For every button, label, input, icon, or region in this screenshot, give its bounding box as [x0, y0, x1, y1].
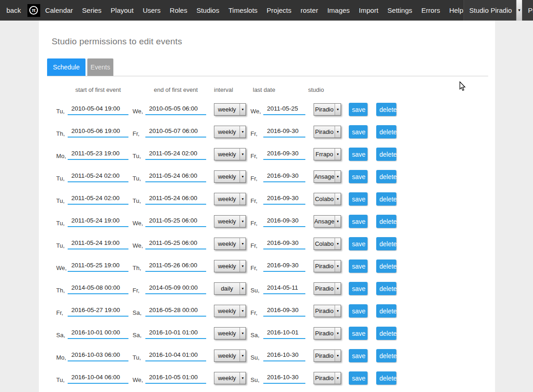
studio-row-select[interactable]: Piradio ▼	[314, 126, 341, 138]
start-datetime-input[interactable]	[68, 260, 128, 272]
studio-row-select[interactable]: Colabo ▼	[314, 238, 341, 250]
end-datetime-input[interactable]	[145, 328, 206, 339]
start-datetime-input[interactable]	[68, 126, 128, 138]
project-select[interactable]: Project 88vier ▼	[522, 0, 533, 21]
end-datetime-input[interactable]	[145, 372, 206, 384]
start-datetime-input[interactable]	[68, 216, 128, 227]
save-button[interactable]: save	[349, 170, 368, 183]
interval-select[interactable]: weekly ▼	[214, 238, 246, 250]
end-datetime-input[interactable]	[145, 126, 206, 138]
start-datetime-input[interactable]	[68, 305, 128, 317]
end-datetime-input[interactable]	[145, 104, 206, 115]
delete-button[interactable]: delete	[376, 371, 396, 385]
save-button[interactable]: save	[349, 282, 368, 295]
nav-item-roster[interactable]: roster	[301, 6, 318, 14]
end-datetime-input[interactable]	[145, 238, 206, 249]
delete-button[interactable]: delete	[376, 327, 396, 340]
nav-item-settings[interactable]: Settings	[388, 6, 412, 14]
start-datetime-input[interactable]	[68, 350, 128, 361]
delete-button[interactable]: delete	[376, 148, 396, 161]
delete-button[interactable]: delete	[376, 237, 396, 250]
nav-item-calendar[interactable]: Calendar	[45, 6, 73, 14]
save-button[interactable]: save	[349, 125, 368, 138]
interval-select[interactable]: weekly ▼	[214, 372, 246, 384]
delete-button[interactable]: delete	[376, 125, 396, 138]
end-datetime-input[interactable]	[145, 350, 206, 361]
start-datetime-input[interactable]	[68, 283, 128, 294]
start-datetime-input[interactable]	[68, 171, 128, 182]
start-datetime-input[interactable]	[68, 328, 128, 339]
studio-row-select[interactable]: Frrapo ▼	[314, 148, 341, 160]
save-button[interactable]: save	[349, 103, 368, 116]
nav-item-errors[interactable]: Errors	[421, 6, 440, 14]
studio-row-select[interactable]: Piradio ▼	[314, 372, 341, 384]
interval-select[interactable]: weekly ▼	[214, 260, 246, 272]
nav-item-timeslots[interactable]: Timeslots	[229, 6, 258, 14]
tab-events[interactable]: Events	[87, 58, 113, 76]
interval-select[interactable]: weekly ▼	[214, 126, 246, 138]
interval-select[interactable]: weekly ▼	[214, 305, 246, 317]
interval-select[interactable]: daily ▼	[214, 282, 246, 295]
last-date-input[interactable]	[263, 260, 305, 272]
studio-row-select[interactable]: Piradio ▼	[314, 260, 341, 272]
start-datetime-input[interactable]	[68, 193, 128, 205]
nav-item-users[interactable]: Users	[143, 6, 160, 14]
delete-button[interactable]: delete	[376, 282, 396, 295]
end-datetime-input[interactable]	[145, 148, 206, 160]
last-date-input[interactable]	[263, 350, 305, 361]
studio-row-select[interactable]: Ansage ▼	[314, 170, 341, 183]
save-button[interactable]: save	[349, 237, 368, 250]
save-button[interactable]: save	[349, 304, 368, 318]
start-datetime-input[interactable]	[68, 238, 128, 249]
nav-item-projects[interactable]: Projects	[266, 6, 291, 14]
studio-row-select[interactable]: Piradio ▼	[314, 350, 341, 362]
nav-item-playout[interactable]: Playout	[111, 6, 133, 14]
delete-button[interactable]: delete	[376, 349, 396, 362]
end-datetime-input[interactable]	[145, 193, 206, 205]
end-datetime-input[interactable]	[145, 260, 206, 272]
delete-button[interactable]: delete	[376, 260, 396, 273]
delete-button[interactable]: delete	[376, 304, 396, 318]
nav-item-images[interactable]: Images	[327, 6, 350, 14]
studio-select[interactable]: Studio Piradio ▼	[464, 0, 522, 21]
delete-button[interactable]: delete	[376, 215, 396, 228]
interval-select[interactable]: weekly ▼	[214, 170, 246, 183]
studio-row-select[interactable]: Piradio ▼	[314, 282, 341, 295]
delete-button[interactable]: delete	[376, 103, 396, 116]
nav-item-studios[interactable]: Studios	[197, 6, 219, 14]
start-datetime-input[interactable]	[68, 372, 128, 384]
last-date-input[interactable]	[263, 216, 305, 227]
last-date-input[interactable]	[263, 238, 305, 249]
studio-row-select[interactable]: Piradio ▼	[314, 305, 341, 317]
studio-row-select[interactable]: Piradio ▼	[314, 103, 341, 116]
tab-schedule[interactable]: Schedule	[47, 58, 85, 76]
back-link[interactable]: back	[6, 6, 21, 14]
start-datetime-input[interactable]	[68, 104, 128, 115]
interval-select[interactable]: weekly ▼	[214, 103, 246, 116]
save-button[interactable]: save	[349, 148, 368, 161]
studio-row-select[interactable]: Colabo ▼	[314, 193, 341, 205]
last-date-input[interactable]	[263, 193, 305, 205]
nav-item-help[interactable]: Help	[449, 6, 464, 14]
save-button[interactable]: save	[349, 327, 368, 340]
interval-select[interactable]: weekly ▼	[214, 350, 246, 362]
interval-select[interactable]: weekly ▼	[214, 148, 246, 160]
nav-item-import[interactable]: Import	[359, 6, 378, 14]
interval-select[interactable]: weekly ▼	[214, 193, 246, 205]
studio-row-select[interactable]: Piradio ▼	[314, 327, 341, 339]
last-date-input[interactable]	[263, 372, 305, 384]
last-date-input[interactable]	[263, 328, 305, 339]
interval-select[interactable]: weekly ▼	[214, 327, 246, 339]
save-button[interactable]: save	[349, 260, 368, 273]
last-date-input[interactable]	[263, 305, 305, 317]
save-button[interactable]: save	[349, 215, 368, 228]
interval-select[interactable]: weekly ▼	[214, 215, 246, 228]
start-datetime-input[interactable]	[68, 148, 128, 160]
piradio-logo-icon[interactable]: π	[27, 4, 40, 17]
nav-item-roles[interactable]: Roles	[170, 6, 187, 14]
delete-button[interactable]: delete	[376, 170, 396, 183]
save-button[interactable]: save	[349, 192, 368, 206]
studio-row-select[interactable]: Ansage ▼	[314, 215, 341, 228]
end-datetime-input[interactable]	[145, 283, 206, 294]
nav-item-series[interactable]: Series	[82, 6, 102, 14]
